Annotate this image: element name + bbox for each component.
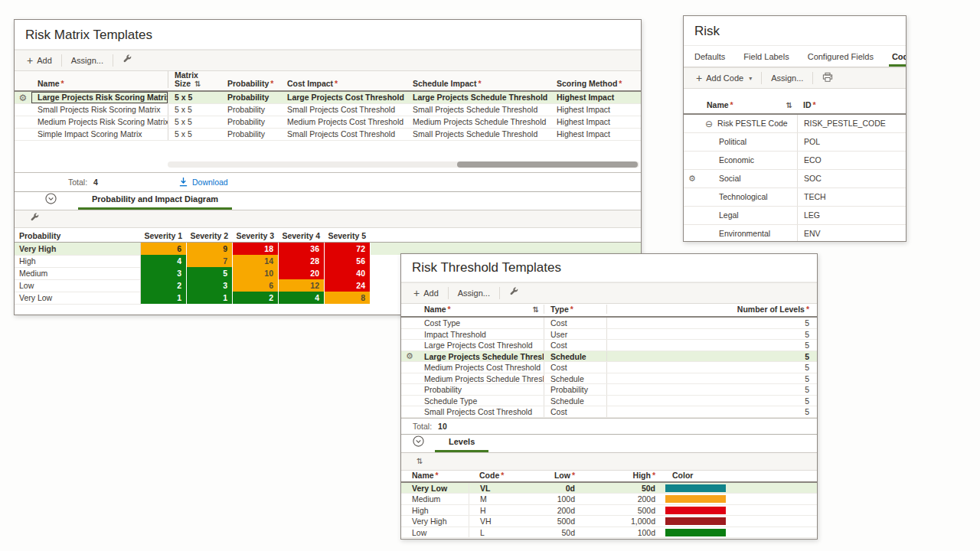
score-cell[interactable]: 12 xyxy=(279,279,325,292)
customize-columns-button[interactable] xyxy=(113,51,142,70)
column-header-name[interactable]: Name*⇅ xyxy=(701,100,797,109)
table-row[interactable]: Medium Projects Cost ThresholdCost5 xyxy=(401,362,817,373)
table-row[interactable]: EnvironmentalENV xyxy=(684,225,906,242)
sort-icon[interactable]: ⇅ xyxy=(194,80,201,88)
table-row[interactable]: MediumM100d200d xyxy=(401,494,817,505)
column-header-scoring-method[interactable]: Scoring Method* xyxy=(550,80,642,88)
score-cell[interactable]: 2 xyxy=(233,292,279,305)
column-header-high[interactable]: High* xyxy=(581,471,662,480)
tab-defaults[interactable]: Defaults xyxy=(691,52,728,67)
table-row[interactable]: Very HighVH500d1,000d xyxy=(401,516,817,527)
tab-levels[interactable]: Levels xyxy=(435,437,488,452)
column-header-number-of-levels[interactable]: Number of Levels* xyxy=(607,305,818,314)
column-header-probability[interactable]: Probability xyxy=(15,230,141,242)
add-button[interactable]: + Add xyxy=(18,51,61,70)
assign-button[interactable]: Assign... xyxy=(449,283,499,303)
table-row[interactable]: TechnologicalTECH xyxy=(684,188,906,207)
table-row[interactable]: Medium Projects Schedule ThresholdSchedu… xyxy=(401,373,817,385)
score-cell[interactable]: 3 xyxy=(141,267,187,280)
tab-codes[interactable]: Codes xyxy=(889,52,906,67)
add-button[interactable]: + Add xyxy=(404,283,448,303)
column-header-name[interactable]: Name*⇅ xyxy=(418,305,544,314)
score-cell[interactable]: 5 xyxy=(187,267,233,280)
gear-icon[interactable]: ⚙ xyxy=(688,174,696,183)
collapse-section-button[interactable] xyxy=(413,435,424,449)
tab-field-labels[interactable]: Field Labels xyxy=(740,52,792,67)
table-row[interactable]: ⚙Large Projects Schedule ThresholdSchedu… xyxy=(401,351,817,363)
score-cell[interactable]: 1 xyxy=(187,292,233,305)
column-header-severity-2[interactable]: Severity 2 xyxy=(187,230,233,242)
score-cell[interactable]: 4 xyxy=(141,255,187,268)
tab-configured-fields[interactable]: Configured Fields xyxy=(805,52,877,67)
table-row[interactable]: Large Projects Cost ThresholdCost5 xyxy=(401,340,817,351)
table-row[interactable]: HighH200d500d xyxy=(401,505,817,517)
horizontal-scrollbar[interactable] xyxy=(168,161,639,168)
score-cell[interactable]: 56 xyxy=(325,255,371,268)
table-row[interactable]: Medium Projects Risk Scoring Matrix5 x 5… xyxy=(15,116,641,129)
score-cell[interactable]: 4 xyxy=(279,292,325,305)
score-cell[interactable]: 36 xyxy=(279,243,325,256)
score-cell[interactable]: 28 xyxy=(279,255,325,268)
scrollbar-thumb[interactable] xyxy=(457,161,638,168)
score-cell[interactable]: 3 xyxy=(187,279,233,292)
column-header-code[interactable]: Code* xyxy=(469,471,524,480)
table-row[interactable]: ⚙Large Projects Risk Scoring Matrix5 x 5… xyxy=(15,92,641,104)
column-header-schedule-impact[interactable]: Schedule Impact* xyxy=(407,80,550,88)
score-cell[interactable]: 2 xyxy=(141,279,187,292)
score-cell[interactable]: 1 xyxy=(141,292,187,305)
score-cell[interactable]: 18 xyxy=(233,243,279,256)
collapse-minus-circle-icon[interactable]: ⊖ xyxy=(705,119,713,129)
column-header-name[interactable]: Name* xyxy=(401,471,469,480)
tab-probability-impact-diagram[interactable]: Probability and Impact Diagram xyxy=(78,194,232,210)
sort-icon[interactable]: ⇅ xyxy=(533,305,539,314)
table-row[interactable]: Impact ThresholdUser5 xyxy=(401,329,817,341)
column-header-severity-1[interactable]: Severity 1 xyxy=(141,230,187,242)
assign-button[interactable]: Assign... xyxy=(62,51,113,70)
column-header-low[interactable]: Low* xyxy=(524,471,581,480)
table-row[interactable]: Cost TypeCost5 xyxy=(401,318,817,329)
score-cell[interactable]: 7 xyxy=(187,255,233,268)
customize-columns-button[interactable] xyxy=(500,283,528,303)
download-button[interactable]: Download xyxy=(178,177,228,188)
score-cell[interactable]: 72 xyxy=(325,243,371,256)
column-header-type[interactable]: Type* xyxy=(544,305,607,314)
table-row[interactable]: PoliticalPOL xyxy=(684,133,906,152)
column-header-id[interactable]: ID* xyxy=(797,100,906,109)
table-row[interactable]: LowL50d100d xyxy=(401,527,817,539)
table-row[interactable]: Very LowVL0d50d xyxy=(401,483,817,494)
table-row[interactable]: Small Projects Cost ThresholdCost5 xyxy=(401,406,817,418)
score-cell[interactable]: 8 xyxy=(325,292,371,305)
score-cell[interactable]: 24 xyxy=(325,279,371,292)
score-cell[interactable]: 6 xyxy=(233,279,279,292)
customize-columns-button[interactable] xyxy=(21,210,49,227)
column-header-severity-5[interactable]: Severity 5 xyxy=(325,230,371,242)
table-row[interactable]: ⚙SocialSOC xyxy=(684,170,906,188)
column-header-severity-3[interactable]: Severity 3 xyxy=(233,230,279,242)
column-header-severity-4[interactable]: Severity 4 xyxy=(279,230,325,242)
column-header-name[interactable]: Name* xyxy=(31,80,168,88)
add-code-button[interactable]: + Add Code ▾ xyxy=(687,68,761,88)
table-row[interactable]: EconomicECO xyxy=(684,152,906,170)
table-row[interactable]: ProbabilityProbability5 xyxy=(401,384,817,396)
assign-button[interactable]: Assign... xyxy=(762,68,812,88)
score-cell[interactable]: 9 xyxy=(187,243,233,256)
sort-icon[interactable]: ⇅ xyxy=(786,101,792,109)
score-cell[interactable]: 20 xyxy=(279,267,325,280)
score-cell[interactable]: 40 xyxy=(325,267,371,280)
table-row[interactable]: Simple Impact Scoring Matrix5 x 5Probabi… xyxy=(15,129,641,141)
table-row[interactable]: Small Projects Risk Scoring Matrix5 x 5P… xyxy=(15,104,641,116)
table-row[interactable]: ⊖Risk PESTLE CodeRISK_PESTLE_CODE xyxy=(684,115,906,133)
column-header-cost-impact[interactable]: Cost Impact* xyxy=(281,80,407,88)
score-cell[interactable]: 14 xyxy=(233,255,279,268)
table-row[interactable]: Schedule TypeSchedule5 xyxy=(401,396,817,407)
gear-icon[interactable]: ⚙ xyxy=(406,352,413,360)
score-cell[interactable]: 10 xyxy=(233,267,279,280)
print-button[interactable] xyxy=(813,68,842,88)
column-header-matrix-size[interactable]: Matrix Size⇅ xyxy=(168,71,221,88)
table-row[interactable]: LegalLEG xyxy=(684,207,906,225)
column-header-color[interactable]: Color xyxy=(662,471,730,480)
sort-button[interactable]: ⇅ xyxy=(407,453,432,470)
gear-icon[interactable]: ⚙ xyxy=(19,93,28,103)
column-header-probability[interactable]: Probability* xyxy=(221,80,281,88)
score-cell[interactable]: 6 xyxy=(141,243,187,256)
